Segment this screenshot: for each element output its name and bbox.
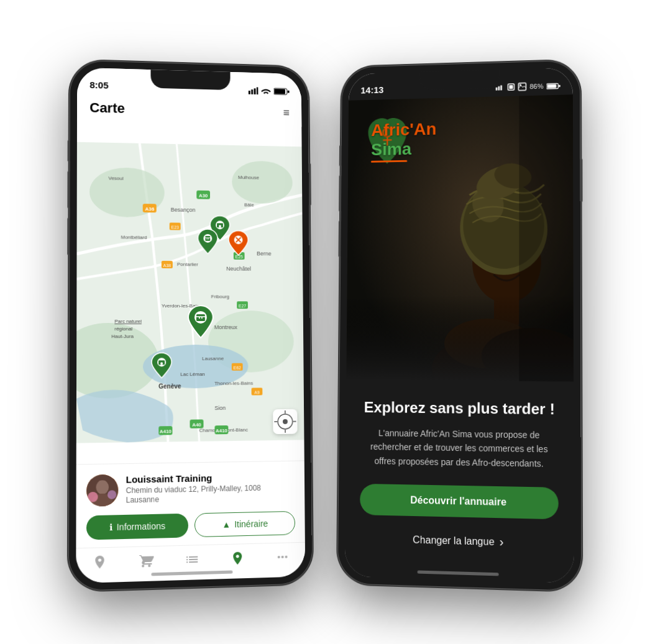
business-name: Louissaint Training — [126, 471, 295, 484]
svg-text:A38: A38 — [163, 263, 172, 267]
svg-text:Mulhouse: Mulhouse — [238, 175, 259, 180]
svg-text:E23: E23 — [171, 225, 179, 229]
status-time-right: 14:13 — [360, 84, 383, 95]
svg-rect-97 — [547, 84, 556, 88]
itinerary-label: Itinéraire — [234, 518, 268, 528]
svg-text:E62: E62 — [234, 365, 241, 370]
svg-text:Pontarlier: Pontarlier — [177, 261, 198, 267]
language-label: Changer la langue — [413, 534, 495, 548]
svg-rect-6 — [288, 90, 290, 93]
tab-bar-left — [76, 542, 305, 583]
language-button[interactable]: Changer la langue › — [360, 525, 559, 557]
svg-text:Montreux: Montreux — [214, 324, 238, 330]
map-header: Carte ≡ — [77, 94, 301, 127]
info-label: Informations — [117, 520, 165, 532]
logo-sima: Sima — [371, 139, 411, 159]
business-info: Louissaint Training Chemin du viaduc 12,… — [86, 471, 295, 506]
splash-content: Explorez sans plus tarder ! L'annuaire A… — [345, 379, 574, 583]
gallery-icon — [518, 82, 526, 91]
phones-container: 8:05 — [0, 0, 650, 644]
shop-tab-icon — [139, 553, 153, 568]
svg-text:E27: E27 — [239, 304, 246, 308]
map-title: Carte — [89, 99, 125, 116]
svg-rect-2 — [254, 88, 256, 94]
signal-icon — [249, 87, 259, 94]
business-card: Louissaint Training Chemin du viaduc 12,… — [76, 460, 304, 548]
battery-icon — [274, 88, 290, 95]
phone-left: 8:05 — [68, 60, 313, 591]
tab-map[interactable] — [92, 554, 108, 569]
svg-rect-5 — [274, 89, 285, 94]
tab-more[interactable] — [275, 549, 290, 565]
svg-text:Sion: Sion — [214, 404, 226, 410]
filter-icon[interactable]: ≡ — [283, 106, 290, 119]
map-svg: Besançon Mulhouse Vesoul Montbéliard Bâl… — [76, 121, 304, 463]
logo-afric-an: Afric'An — [371, 119, 436, 140]
itinerary-button[interactable]: ▲ Itinéraire — [195, 510, 295, 537]
phone-right: 14:13 — [337, 60, 582, 591]
svg-text:Vesoul: Vesoul — [108, 175, 123, 181]
list-tab-icon — [185, 551, 199, 567]
business-address: Chemin du viaduc 12, Prilly-Malley, 1008… — [126, 483, 295, 506]
splash-screen: 14:13 — [345, 67, 574, 583]
svg-text:Parc naturel: Parc naturel — [114, 318, 142, 324]
info-icon: ℹ — [109, 522, 112, 532]
more-tab-icon — [275, 549, 290, 565]
svg-text:Bâle: Bâle — [244, 202, 254, 207]
business-avatar — [86, 474, 118, 506]
app-logo: Afric'An Sima — [366, 116, 436, 163]
svg-text:A410: A410 — [216, 427, 228, 433]
screen-icon — [507, 83, 515, 91]
splash-title: Explorez sans plus tarder ! — [360, 398, 558, 417]
info-button[interactable]: ℹ Informations — [86, 513, 188, 540]
language-arrow-icon: › — [500, 534, 504, 549]
svg-rect-3 — [257, 87, 258, 94]
svg-rect-93 — [509, 85, 513, 89]
svg-text:A410: A410 — [160, 429, 172, 434]
svg-text:Genève: Genève — [158, 383, 181, 389]
svg-rect-89 — [496, 87, 497, 90]
svg-text:Berne: Berne — [257, 250, 271, 256]
svg-text:A36: A36 — [145, 206, 154, 212]
svg-rect-90 — [498, 86, 500, 90]
map-actions: ℹ Informations ▲ Itinéraire — [86, 510, 295, 540]
pin-tab-icon — [230, 550, 245, 566]
svg-text:Neuchâtel: Neuchâtel — [226, 265, 251, 271]
svg-text:Fribourg: Fribourg — [211, 294, 229, 299]
battery-icon-right — [547, 82, 561, 89]
svg-rect-91 — [500, 85, 501, 90]
svg-rect-1 — [251, 89, 253, 94]
itinerary-icon: ▲ — [222, 519, 231, 530]
discover-button[interactable]: Découvrir l'annuaire — [360, 483, 559, 519]
splash-description: L'annuaire Afric'An Sima vous propose de… — [360, 425, 559, 471]
svg-text:Montbéliard: Montbéliard — [121, 234, 147, 240]
svg-rect-0 — [249, 90, 250, 94]
svg-text:A40: A40 — [192, 422, 201, 427]
battery-percent: 86% — [529, 82, 543, 89]
map-tab-icon — [92, 554, 108, 569]
tab-list[interactable] — [185, 551, 199, 567]
status-icons-left — [249, 87, 290, 95]
svg-text:Besançon: Besançon — [171, 206, 196, 212]
svg-rect-115 — [519, 94, 574, 381]
splash-status-icons: 86% — [495, 81, 560, 92]
svg-text:régional: régional — [114, 325, 132, 331]
map-area[interactable]: Besançon Mulhouse Vesoul Montbéliard Bâl… — [76, 121, 304, 463]
svg-text:Thonon-les-Bains: Thonon-les-Bains — [214, 380, 253, 386]
svg-text:Haut-Jura: Haut-Jura — [111, 333, 134, 339]
business-text: Louissaint Training Chemin du viaduc 12,… — [126, 471, 295, 506]
hero-section: Afric'An Sima — [346, 94, 574, 381]
svg-text:A30: A30 — [199, 193, 208, 198]
svg-text:Lac Léman: Lac Léman — [180, 371, 205, 376]
status-time-left: 8:05 — [89, 79, 108, 91]
tab-pin[interactable] — [230, 550, 245, 566]
svg-rect-98 — [559, 84, 561, 86]
svg-text:Lausanne: Lausanne — [202, 355, 224, 361]
hero-image: Afric'An Sima — [346, 94, 574, 381]
signal-icon-right — [495, 84, 504, 90]
svg-rect-70 — [196, 314, 205, 320]
svg-text:A9: A9 — [254, 390, 260, 394]
tab-shop[interactable] — [139, 553, 153, 568]
map-screen: 8:05 — [76, 67, 305, 583]
wifi-icon — [261, 87, 271, 94]
